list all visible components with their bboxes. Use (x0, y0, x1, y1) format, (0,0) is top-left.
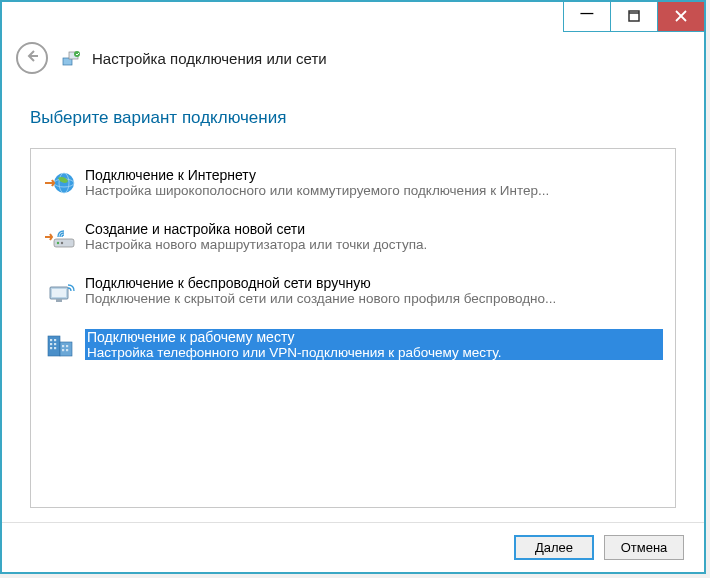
option-title: Подключение к беспроводной сети вручную (85, 275, 663, 291)
svg-rect-24 (62, 345, 64, 347)
option-desc: Настройка телефонного или VPN-подключени… (85, 345, 663, 360)
globe-icon (43, 167, 79, 199)
svg-rect-20 (50, 343, 52, 345)
network-wizard-icon (62, 49, 82, 67)
wizard-title: Настройка подключения или сети (92, 50, 327, 67)
titlebar: ─ (2, 2, 704, 32)
wireless-icon (43, 275, 79, 307)
svg-point-12 (61, 242, 63, 244)
minimize-icon: ─ (581, 4, 594, 22)
next-button[interactable]: Далее (514, 535, 594, 560)
svg-rect-26 (62, 349, 64, 351)
building-icon (43, 329, 79, 361)
wizard-window: ─ Настройка подключения и (0, 0, 706, 574)
svg-rect-22 (50, 347, 52, 349)
close-button[interactable] (657, 2, 704, 32)
header: Настройка подключения или сети (2, 32, 704, 90)
option-title: Подключение к Интернету (85, 167, 663, 183)
svg-rect-25 (66, 345, 68, 347)
svg-rect-15 (56, 299, 62, 302)
option-workplace[interactable]: Подключение к рабочему месту Настройка т… (39, 323, 667, 367)
option-new-network[interactable]: Создание и настройка новой сети Настройк… (39, 215, 667, 259)
option-title: Создание и настройка новой сети (85, 221, 663, 237)
option-wireless-manual[interactable]: Подключение к беспроводной сети вручную … (39, 269, 667, 313)
footer: Далее Отмена (2, 522, 704, 572)
options-list: Подключение к Интернету Настройка широко… (30, 148, 676, 508)
svg-point-8 (54, 173, 74, 193)
svg-rect-23 (54, 347, 56, 349)
svg-rect-14 (52, 289, 66, 297)
option-desc: Настройка нового маршрутизатора или точк… (85, 237, 663, 252)
maximize-icon (628, 10, 640, 24)
svg-rect-18 (50, 339, 52, 341)
option-internet[interactable]: Подключение к Интернету Настройка широко… (39, 161, 667, 205)
svg-rect-27 (66, 349, 68, 351)
close-icon (675, 10, 687, 24)
maximize-button[interactable] (610, 2, 657, 32)
option-desc: Настройка широкополосного или коммутируе… (85, 183, 663, 198)
body: Выберите вариант подключения Подключение… (2, 90, 704, 522)
minimize-button[interactable]: ─ (563, 2, 610, 32)
cancel-button[interactable]: Отмена (604, 535, 684, 560)
back-button[interactable] (16, 42, 48, 74)
svg-point-7 (74, 51, 80, 57)
option-title: Подключение к рабочему месту (85, 329, 663, 345)
router-icon (43, 221, 79, 253)
svg-rect-19 (54, 339, 56, 341)
back-icon (24, 48, 40, 68)
option-desc: Подключение к скрытой сети или создание … (85, 291, 663, 306)
svg-rect-21 (54, 343, 56, 345)
svg-point-11 (57, 242, 59, 244)
page-heading: Выберите вариант подключения (30, 108, 676, 128)
